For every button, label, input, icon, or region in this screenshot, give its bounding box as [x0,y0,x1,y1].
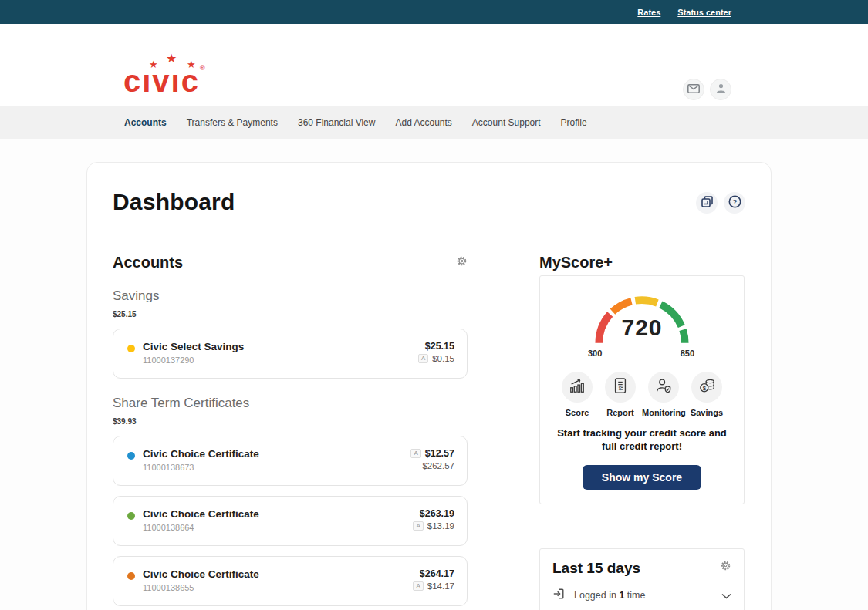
account-number: 11000138673 [143,463,410,472]
widgets-icon [701,196,713,211]
last-15-days-title: Last 15 days [552,560,640,577]
svg-text:?: ? [732,197,737,206]
account-row-certificate-2[interactable]: Civic Choice Certificate 11000138664 $26… [113,496,468,546]
nav-item-transfers-payments[interactable]: Transfers & Payments [187,117,278,128]
account-name: Civic Choice Certificate [143,448,410,460]
myscore-section-title: MyScore+ [539,254,745,271]
feature-label: Savings [685,408,728,417]
show-my-score-button[interactable]: Show my Score [583,465,701,490]
registered-mark: ® [200,64,205,72]
login-icon [552,588,565,603]
logo-star-icon: ★ [187,59,196,70]
account-name: Civic Choice Certificate [143,508,413,520]
available-badge: A [410,449,420,458]
account-row-certificate-3[interactable]: Civic Choice Certificate 11000138655 $26… [113,556,468,606]
credit-score-value: 720 [584,315,700,341]
nav-item-360-financial-view[interactable]: 360 Financial View [298,117,376,128]
available-badge: A [413,521,423,531]
myscore-message: Start tracking your credit score and ful… [552,427,731,453]
group-title: Share Term Certificates [113,396,468,411]
nav-item-add-accounts[interactable]: Add Accounts [395,117,451,128]
help-button[interactable]: ? [724,192,745,214]
account-balance: $25.15 [425,341,454,352]
utility-top-bar: Rates Status center [0,0,868,24]
account-row-certificate-1[interactable]: Civic Choice Certificate 11000138673 A$1… [113,436,468,486]
feature-score[interactable]: Score [556,372,599,417]
account-status-dot [127,345,135,352]
nav-item-accounts[interactable]: Accounts [124,117,167,128]
logo-star-icon: ★ [166,51,177,66]
account-secondary-balance: $14.17 [427,581,454,591]
savings-coins-icon: $ [698,377,716,397]
feature-label: Report [599,408,642,417]
gauge-max-label: 850 [681,349,694,358]
group-total: $25.15 [113,310,468,318]
logged-in-row[interactable]: Logged in 1 time [552,588,731,603]
available-badge: A [413,581,423,591]
account-group-share-term-certificates: Share Term Certificates $39.93 Civic Cho… [113,396,468,606]
account-status-dot [127,452,135,460]
logged-in-text: Logged in 1 time [574,590,721,601]
feature-report[interactable]: $ Report [599,372,642,417]
page-title: Dashboard [113,189,235,215]
rates-link[interactable]: Rates [637,8,660,17]
account-secondary-balance: $13.19 [427,521,454,531]
account-secondary-balance: $0.15 [432,354,454,363]
account-number: 11000138664 [143,523,413,532]
accounts-section-title: Accounts [113,254,183,271]
chevron-down-icon [721,588,731,602]
gauge-min-label: 300 [588,349,602,358]
status-center-link[interactable]: Status center [677,8,731,17]
account-group-savings: Savings $25.15 Civic Select Savings 1100… [113,288,468,379]
feature-savings[interactable]: $ Savings [685,372,728,417]
nav-item-profile[interactable]: Profile [561,117,587,128]
account-name: Civic Choice Certificate [143,568,413,580]
organize-dashboard-button[interactable] [696,192,718,214]
score-chart-icon [569,377,586,397]
group-title: Savings [113,288,468,304]
account-balance: $263.19 [420,508,454,519]
dashboard-card: Dashboard ? Accounts [86,162,772,610]
account-name: Civic Select Savings [143,341,418,352]
activity-settings-button[interactable] [720,560,731,575]
nav-item-account-support[interactable]: Account Support [472,117,541,128]
svg-text:$: $ [619,386,622,391]
feature-monitoring[interactable]: Monitoring [642,372,685,417]
report-document-icon: $ [613,377,628,397]
civic-logo[interactable]: ★ ★ ★ cıvıc® [123,66,225,96]
group-total: $39.93 [113,417,468,426]
account-status-dot [127,512,135,520]
messages-button[interactable] [683,79,704,100]
site-header: ★ ★ ★ cıvıc® [0,24,868,106]
credit-score-gauge: 720 300 850 [584,292,700,362]
feature-label: Score [556,408,599,417]
user-icon [715,83,727,97]
monitoring-person-shield-icon [655,377,672,397]
account-balance: $264.17 [420,568,454,579]
accounts-settings-button[interactable] [456,255,468,270]
account-balance: $12.57 [425,448,454,459]
profile-button[interactable] [710,79,731,100]
gear-icon [720,560,731,575]
mail-icon [687,83,700,96]
feature-label: Monitoring [642,408,685,417]
logo-star-icon: ★ [149,59,158,70]
account-number: 11000137290 [143,356,418,365]
main-nav: Accounts Transfers & Payments 360 Financ… [0,106,868,139]
account-status-dot [127,572,135,580]
account-row-civic-select-savings[interactable]: Civic Select Savings 11000137290 $25.15 … [113,329,468,379]
question-mark-icon: ? [728,195,741,211]
account-number: 11000138655 [143,583,413,592]
myscore-card: 720 300 850 Score $ Rep [539,275,745,504]
svg-text:$: $ [702,385,706,392]
account-secondary-balance: $262.57 [422,461,454,470]
last-15-days-card: Last 15 days Logged in 1 time [539,548,745,610]
available-badge: A [418,354,428,363]
gear-icon [456,255,468,270]
